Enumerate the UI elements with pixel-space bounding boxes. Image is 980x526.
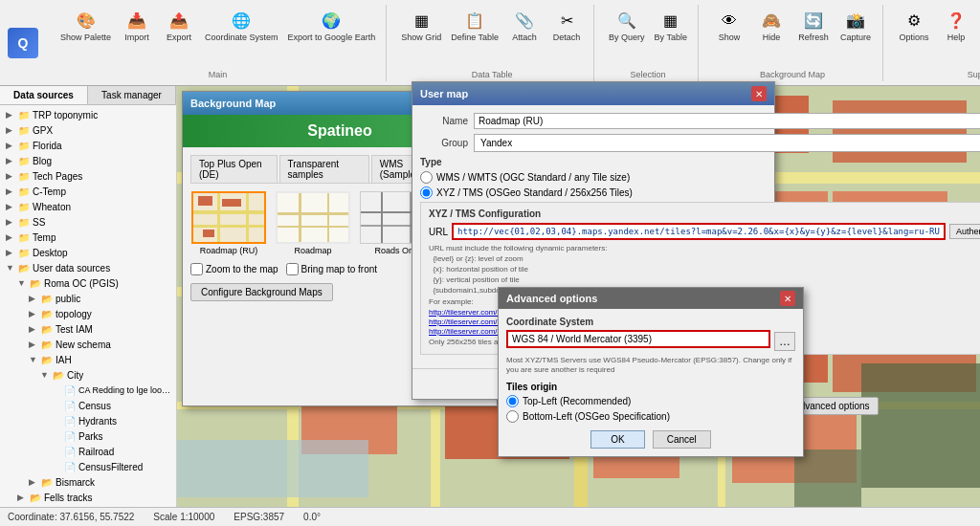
dialog-bg-map-title: Background Map <box>190 98 276 109</box>
tree-item-gpx[interactable]: ▶ 📁 GPX <box>2 122 174 138</box>
url-note: URL must include the following dynamic p… <box>429 244 980 252</box>
thumb-roadmap-ru-label: Roadmap (RU) <box>200 246 258 255</box>
dialog-user-map-title: User map <box>420 88 468 99</box>
data-table-group-label: Data Table <box>472 70 513 79</box>
tiles-origin-label: Tiles origin <box>506 382 795 392</box>
tree-item-roma-oc[interactable]: ▼ 📂 Roma OC (PGIS) <box>2 275 174 291</box>
tree-item-parks[interactable]: 📄 Parks <box>2 428 174 444</box>
tree-item-hydrants[interactable]: 📄 Hydrants <box>2 413 174 428</box>
tree-item-trp[interactable]: ▶ 📁 TRP toponymic <box>2 107 174 122</box>
attach-icon: 📎 <box>513 10 536 33</box>
dialog-user-map-close[interactable]: ✕ <box>751 86 767 101</box>
coordinate-icon: 🌐 <box>230 10 253 33</box>
options-icon: ⚙ <box>902 10 925 33</box>
zoom-to-map-checkbox[interactable]: Zoom to the map <box>190 263 278 275</box>
group-label: Group <box>420 138 468 148</box>
thumb-roadmap[interactable]: Roadmap <box>275 191 351 255</box>
bring-to-front-checkbox[interactable]: Bring map to front <box>286 263 377 275</box>
tree-item-test-iam[interactable]: ▶ 📂 Test IAM <box>2 321 174 337</box>
tree-item-fells-tracks[interactable]: ▶ 📂 Fells tracks <box>2 490 174 505</box>
define-table-button[interactable]: 📋 Define Table <box>448 7 501 45</box>
tree-item-census[interactable]: 📄 Census <box>2 398 174 413</box>
tree-item-user-data-sources[interactable]: ▼ 📂 User data sources <box>2 260 174 275</box>
url-param-y: {y}: vertical position of tile <box>429 275 980 284</box>
tree-item-new-schema[interactable]: ▶ 📂 New schema <box>2 337 174 352</box>
configure-bg-maps-button[interactable]: Configure Background Maps <box>190 283 333 301</box>
authentication-button[interactable]: Authentication <box>949 224 980 239</box>
export-label: Export <box>167 33 191 42</box>
tree-item-ca-redding[interactable]: 📄 CA Redding to lge loop (lin... <box>2 383 174 398</box>
tree-item-census-filtered[interactable]: 📄 CensusFiltered <box>2 459 174 474</box>
coord-system-select-button[interactable]: … <box>774 332 795 351</box>
tree-item-bismarck[interactable]: ▶ 📂 Bismarck <box>2 474 174 490</box>
show-grid-button[interactable]: ▦ Show Grid <box>398 7 444 45</box>
tree-item-temp[interactable]: ▶ 📁 Temp <box>2 230 174 245</box>
options-button[interactable]: ⚙ Options <box>895 7 933 45</box>
cancel-button[interactable]: Cancel <box>653 430 711 449</box>
url-label: URL <box>429 227 448 237</box>
tree-item-public[interactable]: ▶ 📂 public <box>2 291 174 306</box>
statusbar: Coordinate: 37.6156, 55.7522 Scale 1:100… <box>0 507 980 526</box>
capture-label: Capture <box>840 33 871 42</box>
query-icon: 🔍 <box>615 10 638 33</box>
tree-item-railroad[interactable]: 📄 Railroad <box>2 444 174 459</box>
svg-rect-36 <box>861 363 980 488</box>
hide-bg-button[interactable]: 🙈 Hide <box>752 7 791 45</box>
attach-button[interactable]: 📎 Attach <box>505 7 544 45</box>
tree-item-iah[interactable]: ▼ 📂 IAH <box>2 352 174 367</box>
url-param-x: {x}: horizontal position of tile <box>429 265 980 274</box>
dialog-advanced-close[interactable]: ✕ <box>780 291 795 306</box>
tree-item-ss[interactable]: ▶ 📁 SS <box>2 214 174 230</box>
show-palette-button[interactable]: 🎨 Show Palette <box>57 7 114 45</box>
tree-item-city[interactable]: ▼ 📂 City <box>2 367 174 383</box>
group-select[interactable]: Yandex <box>474 134 980 152</box>
statusbar-rotation: 0.0° <box>303 512 321 522</box>
tab-data-sources[interactable]: Data sources <box>0 86 88 104</box>
svg-rect-35 <box>177 440 368 497</box>
thumb-roadmap-ru[interactable]: Roadmap (RU) <box>190 191 267 255</box>
tab-transparent-samples[interactable]: Transparent samples <box>279 155 369 183</box>
show-bg-button[interactable]: 👁 Show <box>710 7 748 45</box>
tree-item-desktop[interactable]: ▶ 📁 Desktop <box>2 245 174 260</box>
coord-system-label: Coordinate System <box>506 317 795 327</box>
svg-rect-50 <box>327 191 329 244</box>
name-input[interactable] <box>474 113 980 129</box>
ok-button[interactable]: OK <box>590 430 644 449</box>
capture-button[interactable]: 📸 Capture <box>836 7 875 45</box>
show-palette-label: Show Palette <box>60 33 111 42</box>
bg-map-group-label: Background Map <box>760 70 825 79</box>
help-label: Help <box>947 33 966 42</box>
export-button[interactable]: 📤 Export <box>160 7 198 45</box>
tree-item-topology[interactable]: ▶ 📂 topology <box>2 306 174 321</box>
detach-button[interactable]: ✂ Detach <box>547 7 586 45</box>
tree-item-florida[interactable]: ▶ 📁 Florida <box>2 138 174 153</box>
name-row: Name <box>420 113 980 129</box>
tab-top-plus-open[interactable]: Top Plus Open (DE) <box>190 155 278 183</box>
help-button[interactable]: ❓ Help <box>937 7 975 45</box>
import-button[interactable]: 📥 Import <box>118 7 156 45</box>
grid-icon: ▦ <box>410 10 433 33</box>
by-query-label: By Query <box>609 33 645 42</box>
export-google-earth-button[interactable]: 🌍 Export to Google Earth <box>285 7 379 45</box>
tree-item-tech-pages[interactable]: ▶ 📁 Tech Pages <box>2 168 174 184</box>
sidebar: Data sources Task manager ▶ 📁 TRP topony… <box>0 86 177 526</box>
selection-group-label: Selection <box>630 70 665 79</box>
type-section-title: Type <box>420 157 980 167</box>
tree-item-wheaton[interactable]: ▶ 📁 Wheaton <box>2 199 174 214</box>
tab-task-manager[interactable]: Task manager <box>88 86 176 104</box>
by-table-button[interactable]: ▦ By Table <box>652 7 690 45</box>
advanced-content: Coordinate System WGS 84 / World Mercato… <box>499 309 803 456</box>
show-grid-label: Show Grid <box>401 33 441 42</box>
by-query-button[interactable]: 🔍 By Query <box>606 7 648 45</box>
coordinate-system-button[interactable]: 🌐 Coordinate System <box>202 7 281 45</box>
main-group-label: Main <box>209 70 228 79</box>
tiles-top-left-radio: Top-Left (Recommended) <box>506 395 795 407</box>
import-icon: 📥 <box>125 10 148 33</box>
tree-item-ctemp[interactable]: ▶ 📁 C-Temp <box>2 184 174 199</box>
sidebar-tree: ▶ 📁 TRP toponymic ▶ 📁 GPX ▶ 📁 Florida ▶ … <box>0 105 176 526</box>
by-table-icon: ▦ <box>659 10 682 33</box>
show-label: Show <box>719 33 741 42</box>
refresh-button[interactable]: 🔄 Refresh <box>794 7 833 45</box>
tree-item-blog[interactable]: ▶ 📁 Blog <box>2 153 174 168</box>
dialog-user-map-titlebar: User map ✕ <box>412 82 774 105</box>
